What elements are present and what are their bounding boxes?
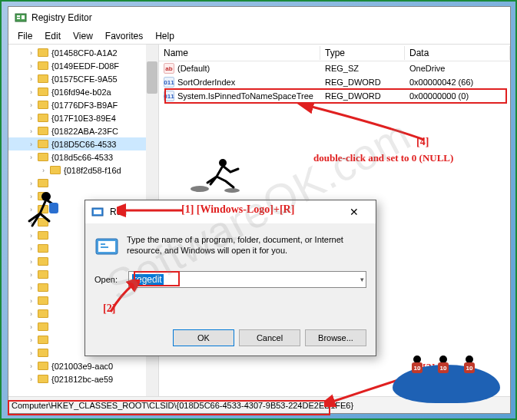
value-type: REG_DWORD	[320, 91, 405, 101]
value-data: 0x00000042 (66)	[405, 78, 510, 87]
run-dialog: Run ✕ Type the name of a program, folder…	[85, 200, 376, 356]
tree-item[interactable]: ›{0149EEDF-D08F	[8, 59, 158, 72]
tree-scroll-thumb[interactable]	[147, 61, 157, 94]
tree-label: {018f2d58-f16d	[64, 166, 121, 175]
chevron-right-icon: ›	[30, 154, 38, 161]
header-data[interactable]: Data	[405, 46, 510, 60]
header-name[interactable]: Name	[159, 46, 320, 60]
chevron-right-icon: ›	[30, 193, 38, 200]
tree-label: {0149EEDF-D08F	[51, 61, 119, 71]
folder-icon	[38, 179, 48, 187]
chevron-down-icon[interactable]: ▾	[360, 276, 364, 283]
value-type: REG_DWORD	[320, 78, 405, 87]
chevron-right-icon: ›	[30, 206, 38, 213]
chevron-right-icon: ›	[30, 284, 38, 292]
tree-label: {018D5C66-4533	[51, 140, 116, 149]
tree-item[interactable]: ›{021812bc-ae59	[8, 372, 158, 385]
tree-item[interactable]: ›{018d5c66-4533	[8, 150, 158, 164]
chevron-right-icon: ›	[30, 141, 38, 148]
chevron-right-icon: ›	[30, 49, 38, 57]
run-big-icon	[94, 234, 119, 259]
reg-dword-icon: 011	[164, 91, 174, 101]
tree-item[interactable]: ›{01776DF3-B9AF	[8, 98, 158, 111]
menu-view[interactable]: View	[67, 29, 99, 43]
tree-item-selected[interactable]: ›{018D5C66-4533	[8, 137, 158, 150]
folder-icon	[38, 231, 48, 240]
folder-icon	[38, 88, 48, 96]
folder-icon	[38, 309, 48, 318]
tree-label: {01575CFE-9A55	[51, 74, 118, 84]
list-row[interactable]: 011SortOrderIndex REG_DWORD 0x00000042 (…	[159, 75, 510, 89]
folder-icon	[38, 101, 48, 109]
open-label: Open:	[94, 275, 122, 284]
tree-item[interactable]: ›{017F10E3-89E4	[8, 111, 158, 124]
regedit-icon	[15, 12, 27, 24]
svg-rect-1	[17, 15, 20, 17]
menu-help[interactable]: Help	[149, 29, 181, 43]
folder-icon	[38, 257, 48, 266]
reg-sz-icon: ab	[164, 63, 174, 74]
folder-icon	[38, 322, 48, 331]
titlebar: Registry Editor	[8, 7, 510, 28]
menu-favorites[interactable]: Favorites	[99, 29, 149, 43]
run-description: Type the name of a program, folder, docu…	[127, 234, 366, 259]
reg-dword-icon: 011	[164, 77, 174, 88]
folder-icon	[38, 74, 48, 83]
folder-icon	[38, 296, 48, 305]
tree-item[interactable]: ›{016fd94e-b02a	[8, 85, 158, 98]
open-value: regedit	[132, 274, 164, 285]
value-name: System.IsPinnedToNameSpaceTree	[177, 91, 313, 101]
value-type: REG_SZ	[320, 64, 405, 73]
folder-icon	[38, 48, 48, 57]
tree-item[interactable]: ›{021003e9-aac0	[8, 359, 158, 372]
chevron-right-icon: ›	[30, 258, 38, 266]
folder-icon	[38, 375, 48, 383]
menu-edit[interactable]: Edit	[38, 29, 67, 43]
ok-button[interactable]: OK	[173, 329, 234, 346]
folder-icon	[38, 244, 48, 253]
chevron-right-icon: ›	[30, 114, 38, 122]
tree-label: {021812bc-ae59	[51, 375, 113, 384]
tree-item[interactable]: ›{01458CF0-A1A2	[8, 46, 158, 59]
chevron-right-icon: ›	[30, 271, 38, 279]
tree-item[interactable]: ›{01575CFE-9A55	[8, 72, 158, 85]
list-row[interactable]: 011System.IsPinnedToNameSpaceTree REG_DW…	[159, 89, 510, 103]
folder-icon	[38, 153, 48, 161]
chevron-right-icon: ›	[30, 88, 38, 96]
chevron-right-icon: ›	[30, 336, 38, 344]
folder-icon	[38, 362, 48, 370]
chevron-right-icon: ›	[30, 310, 38, 318]
svg-rect-2	[17, 18, 20, 19]
value-name: (Default)	[177, 64, 210, 73]
folder-icon	[38, 283, 48, 292]
run-button-row: OK Cancel Browse...	[85, 323, 376, 356]
folder-icon	[38, 349, 48, 357]
list-row[interactable]: ab(Default) REG_SZ OneDrive	[159, 61, 510, 75]
folder-icon	[38, 270, 48, 279]
open-combobox[interactable]: regedit ▾	[128, 271, 366, 288]
browse-button[interactable]: Browse...	[305, 329, 366, 346]
run-title-text: Run	[110, 207, 339, 217]
folder-icon	[50, 166, 61, 174]
tree-item[interactable]: ›{01822ABA-23FC	[8, 124, 158, 137]
tree-label: {01822ABA-23FC	[51, 127, 118, 136]
menu-file[interactable]: File	[12, 29, 38, 43]
tree-label: {01776DF3-B9AF	[51, 101, 118, 110]
tree-label: {016fd94e-b02a	[51, 88, 111, 97]
chevron-right-icon: ›	[30, 375, 38, 383]
close-button[interactable]: ✕	[339, 206, 370, 218]
folder-icon	[38, 61, 48, 70]
folder-icon	[38, 114, 48, 122]
header-type[interactable]: Type	[320, 46, 405, 60]
chevron-right-icon: ›	[30, 219, 38, 227]
value-name: SortOrderIndex	[177, 78, 235, 87]
cancel-button[interactable]: Cancel	[239, 329, 300, 346]
folder-icon	[38, 140, 48, 148]
tree-item[interactable]: ›{018f2d58-f16d	[8, 164, 158, 177]
svg-rect-5	[94, 210, 101, 214]
menubar: File Edit View Favorites Help	[8, 28, 510, 44]
tree-item[interactable]: ›	[8, 177, 158, 190]
chevron-right-icon: ›	[30, 297, 38, 305]
chevron-right-icon: ›	[30, 323, 38, 331]
list-header: Name Type Data	[159, 45, 510, 61]
